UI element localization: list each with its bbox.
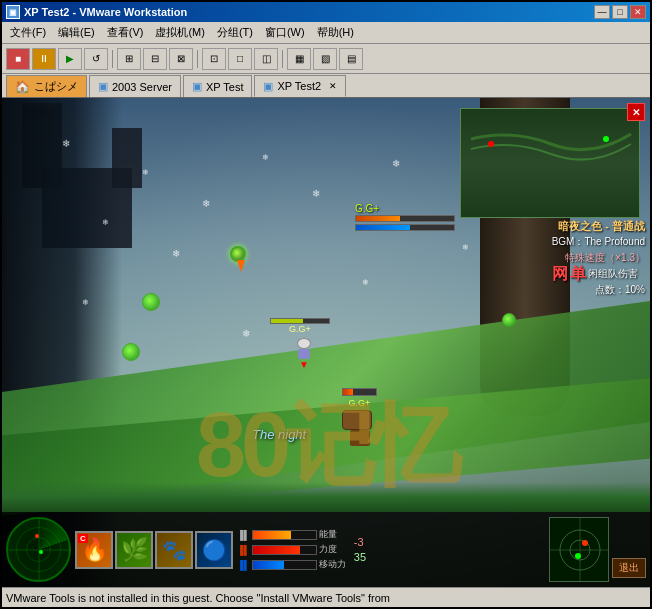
strength-bar-row: ▐▌ 力度: [237, 543, 346, 556]
player-nametag: G.G+: [270, 324, 330, 334]
toolbar-btn-7[interactable]: ⊠: [169, 48, 193, 70]
toolbar-sep-1: [112, 50, 113, 68]
menu-edit[interactable]: 编辑(E): [52, 23, 101, 42]
skill-icon-2[interactable]: 🌿: [115, 531, 153, 569]
status-text: VMware Tools is not installed in this gu…: [6, 592, 390, 604]
info-overlay: 暗夜之色 - 普通战 BGM：The Profound 特殊速度（×1.3） 网…: [552, 218, 645, 298]
svg-point-1: [603, 136, 609, 142]
toolbar: ■ ⏸ ▶ ↺ ⊞ ⊟ ⊠ ⊡ □ ◫ ▦ ▧ ▤: [2, 44, 650, 74]
skill-icon-1[interactable]: 🔥 C: [75, 531, 113, 569]
char-body: [298, 349, 310, 359]
toolbar-btn-1[interactable]: ■: [6, 48, 30, 70]
minimize-button[interactable]: —: [594, 5, 610, 19]
vm-icon-xptest: ▣: [192, 80, 202, 93]
toolbar-btn-play[interactable]: ▶: [58, 48, 82, 70]
energy-bar-icons: ▐▌: [237, 530, 250, 540]
orb-2: [122, 343, 140, 361]
title-bar: ▣ XP Test2 - VMware Workstation — □ ✕: [2, 2, 650, 22]
svg-point-7: [582, 540, 588, 546]
svg-point-0: [488, 141, 494, 147]
vm-icon: ▣: [6, 5, 20, 19]
skill-3-icon: 🐾: [162, 538, 187, 562]
menu-window[interactable]: 窗口(W): [259, 23, 311, 42]
stat-val2: 35: [354, 551, 366, 563]
tab-2003-label: 2003 Server: [112, 81, 172, 93]
maximize-button[interactable]: □: [612, 5, 628, 19]
enemy-character: G.G+: [342, 388, 377, 446]
info-team-damage: 闲组队伤害: [588, 266, 638, 282]
toolbar-sep-3: [282, 50, 283, 68]
window-title: XP Test2 - VMware Workstation: [24, 6, 187, 18]
toolbar-btn-8[interactable]: ⊡: [202, 48, 226, 70]
info-speed: 特殊速度（×1.3）: [552, 250, 645, 266]
toolbar-btn-9[interactable]: □: [228, 48, 252, 70]
team-damage-icon2: 单: [570, 266, 586, 282]
strength-bar-fill: [253, 546, 300, 554]
player-hp-bar: G.G+: [270, 318, 330, 334]
menu-view[interactable]: 查看(V): [101, 23, 150, 42]
toolbar-btn-refresh[interactable]: ↺: [84, 48, 108, 70]
move-label: 移动力: [319, 558, 346, 571]
snowflake-8: ❄: [362, 278, 369, 287]
player-stat-bars: G.G+: [355, 203, 455, 231]
energy-bar-row: ▐▌ 能量: [237, 528, 346, 541]
svg-point-8: [575, 553, 581, 559]
player-arrow: ▼: [299, 359, 309, 370]
stats-row-2: 35: [354, 551, 366, 563]
tab-xptest2-label: XP Test2: [277, 80, 321, 92]
toolbar-btn-6[interactable]: ⊟: [143, 48, 167, 70]
tab-xptest[interactable]: ▣ XP Test: [183, 75, 253, 97]
skill-icon-3[interactable]: 🐾: [155, 531, 193, 569]
tab-xptest2[interactable]: ▣ XP Test2 ✕: [254, 75, 346, 97]
right-minimap: [549, 517, 609, 582]
snowflake-4: ❄: [262, 153, 269, 162]
toolbar-btn-12[interactable]: ▧: [313, 48, 337, 70]
player-character: ▼: [292, 338, 316, 370]
strength-bar-icons: ▐▌: [237, 545, 250, 555]
tab-home[interactable]: 🏠 こぱシメ: [6, 75, 87, 97]
menu-vm[interactable]: 虚拟机(M): [149, 23, 211, 42]
skill-icon-4[interactable]: 🔵: [195, 531, 233, 569]
tab-xptest-label: XP Test: [206, 81, 244, 93]
toolbar-btn-5[interactable]: ⊞: [117, 48, 141, 70]
toolbar-btn-2[interactable]: ⏸: [32, 48, 56, 70]
ground-grass: [2, 482, 650, 512]
right-minimap-svg: [550, 518, 609, 582]
toolbar-btn-11[interactable]: ▦: [287, 48, 311, 70]
menu-help[interactable]: 帮助(H): [311, 23, 360, 42]
title-bar-buttons: — □ ✕: [594, 5, 646, 19]
minimap-content: [461, 109, 639, 217]
move-bar-row: ▐▌ 移动力: [237, 558, 346, 571]
status-bar: VMware Tools is not installed in this gu…: [2, 587, 650, 607]
stats-row-1: -3: [354, 536, 366, 548]
toolbar-btn-13[interactable]: ▤: [339, 48, 363, 70]
game-viewport: ❄ ❄ ❄ ❄ ❄ ❄ ❄ ❄ ❄ ❄ ❄ ❄ ▼: [2, 98, 650, 587]
close-button[interactable]: ✕: [630, 5, 646, 19]
strength-bar: [252, 545, 317, 555]
info-title: 暗夜之色 - 普通战: [552, 218, 645, 234]
home-icon: 🏠: [15, 80, 30, 94]
tab-2003server[interactable]: ▣ 2003 Server: [89, 75, 181, 97]
snowflake-2: ❄: [142, 168, 149, 177]
energy-bar-fill: [253, 531, 291, 539]
snowflake-5: ❄: [312, 188, 320, 199]
snowflake-10: ❄: [82, 298, 89, 307]
exit-button[interactable]: 退出: [612, 558, 646, 578]
right-hud: 退出: [549, 517, 646, 582]
snowflake-9: ❄: [392, 158, 400, 169]
tab-bar: 🏠 こぱシメ ▣ 2003 Server ▣ XP Test ▣ XP Test…: [2, 74, 650, 98]
toolbar-btn-10[interactable]: ◫: [254, 48, 278, 70]
game-window-close[interactable]: ✕: [627, 103, 645, 121]
skill-icons-row: 🔥 C 🌿 🐾 🔵: [75, 531, 233, 569]
radar-dot-player: [39, 550, 43, 554]
menu-group[interactable]: 分组(T): [211, 23, 259, 42]
game-container[interactable]: ❄ ❄ ❄ ❄ ❄ ❄ ❄ ❄ ❄ ❄ ❄ ❄ ▼: [2, 98, 650, 587]
snowflake-6: ❄: [102, 218, 109, 227]
tab-home-label: こぱシメ: [34, 79, 78, 94]
tab-close-icon[interactable]: ✕: [329, 81, 337, 91]
info-points: 点数：10%: [552, 282, 645, 298]
info-bgm: BGM：The Profound: [552, 234, 645, 250]
energy-label: 能量: [319, 528, 337, 541]
team-damage-icon: 网: [552, 266, 568, 282]
menu-file[interactable]: 文件(F): [4, 23, 52, 42]
